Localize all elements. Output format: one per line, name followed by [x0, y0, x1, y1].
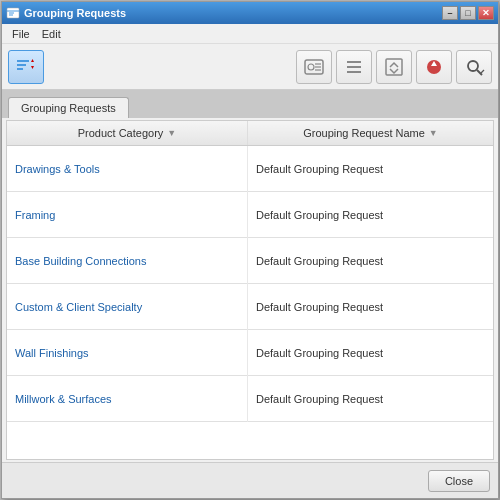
- menu-file[interactable]: File: [6, 26, 36, 42]
- table-row[interactable]: Drawings & ToolsDefault Grouping Request: [7, 146, 493, 192]
- title-bar-buttons: – □ ✕: [442, 6, 494, 20]
- grouping-request-name-header[interactable]: Grouping Request Name ▼: [247, 121, 493, 146]
- main-window: Grouping Requests – □ ✕ File Edit: [1, 1, 499, 499]
- category-cell: Wall Finishings: [7, 330, 247, 376]
- tab-bar: Grouping Requests: [2, 90, 498, 118]
- expand-toolbar-button[interactable]: [376, 50, 412, 84]
- svg-point-20: [468, 61, 478, 71]
- title-bar: Grouping Requests – □ ✕: [2, 2, 498, 24]
- table-container: Product Category ▼ Grouping Request Name…: [6, 120, 494, 460]
- category-cell: Drawings & Tools: [7, 146, 247, 192]
- category-cell: Base Building Connections: [7, 238, 247, 284]
- bottom-bar: Close: [2, 462, 498, 498]
- request-cell: Default Grouping Request: [247, 376, 493, 422]
- svg-point-10: [308, 64, 314, 70]
- window-close-button[interactable]: ✕: [478, 6, 494, 20]
- svg-rect-6: [17, 68, 23, 70]
- product-category-header[interactable]: Product Category ▼: [7, 121, 247, 146]
- table-row[interactable]: Wall FinishingsDefault Grouping Request: [7, 330, 493, 376]
- grouping-requests-table: Product Category ▼ Grouping Request Name…: [7, 121, 493, 422]
- toolbar: [2, 44, 498, 90]
- request-cell: Default Grouping Request: [247, 284, 493, 330]
- request-cell: Default Grouping Request: [247, 330, 493, 376]
- request-cell: Default Grouping Request: [247, 146, 493, 192]
- search-toolbar-button[interactable]: [456, 50, 492, 84]
- svg-line-22: [481, 70, 484, 73]
- svg-marker-7: [31, 59, 34, 62]
- grouping-requests-tab[interactable]: Grouping Requests: [8, 97, 129, 118]
- content-area: Product Category ▼ Grouping Request Name…: [2, 118, 498, 462]
- menu-edit[interactable]: Edit: [36, 26, 67, 42]
- restore-button[interactable]: □: [460, 6, 476, 20]
- category-cell: Framing: [7, 192, 247, 238]
- category-cell: Custom & Client Specialty: [7, 284, 247, 330]
- category-cell: Millwork & Surfaces: [7, 376, 247, 422]
- table-row[interactable]: Base Building ConnectionsDefault Groupin…: [7, 238, 493, 284]
- product-category-sort-icon: ▼: [167, 128, 176, 138]
- grouping-request-sort-icon: ▼: [429, 128, 438, 138]
- table-row[interactable]: Millwork & SurfacesDefault Grouping Requ…: [7, 376, 493, 422]
- svg-rect-4: [17, 60, 29, 62]
- menu-bar: File Edit: [2, 24, 498, 44]
- close-button[interactable]: Close: [428, 470, 490, 492]
- minimize-button[interactable]: –: [442, 6, 458, 20]
- refresh-toolbar-button[interactable]: [416, 50, 452, 84]
- table-row[interactable]: FramingDefault Grouping Request: [7, 192, 493, 238]
- sort-toolbar-button[interactable]: [8, 50, 44, 84]
- list-toolbar-button[interactable]: [336, 50, 372, 84]
- window-icon: [6, 6, 20, 20]
- id-toolbar-button[interactable]: [296, 50, 332, 84]
- table-row[interactable]: Custom & Client SpecialtyDefault Groupin…: [7, 284, 493, 330]
- request-cell: Default Grouping Request: [247, 238, 493, 284]
- svg-rect-5: [17, 64, 26, 66]
- request-cell: Default Grouping Request: [247, 192, 493, 238]
- window-title: Grouping Requests: [24, 7, 442, 19]
- svg-marker-8: [31, 66, 34, 69]
